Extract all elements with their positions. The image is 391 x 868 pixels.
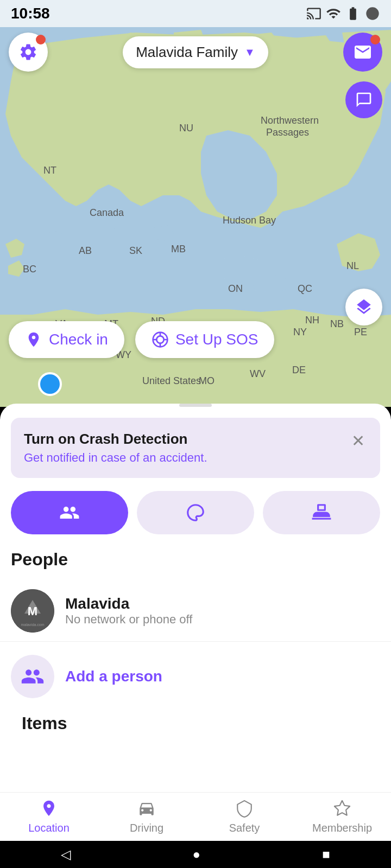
bottom-nav: Location Driving Safety Membership — [0, 792, 391, 841]
mail-button[interactable] — [343, 33, 382, 72]
places-icon — [311, 502, 332, 523]
drag-handle[interactable] — [179, 404, 212, 407]
check-in-label: Check in — [49, 331, 108, 348]
svg-text:Canada: Canada — [90, 207, 124, 218]
app-icon — [365, 6, 380, 21]
location-nav-label: Location — [28, 822, 70, 834]
wifi-icon — [326, 6, 341, 21]
home-button[interactable]: ● — [192, 847, 200, 862]
map-header: Malavida Family ▼ — [0, 33, 391, 72]
sos-label: Set Up SOS — [175, 331, 258, 348]
status-bar: 10:58 — [0, 0, 391, 27]
person-name: Malavida — [65, 595, 192, 612]
person-info: Malavida No network or phone off — [65, 595, 192, 627]
svg-point-31 — [32, 336, 35, 339]
map-container[interactable]: Google Northwestern Passages Hudson Bay … — [0, 27, 391, 407]
gear-icon — [18, 42, 38, 62]
safety-nav-icon — [235, 799, 254, 820]
cast-icon — [306, 6, 321, 21]
svg-text:PE: PE — [354, 327, 367, 337]
svg-text:NU: NU — [179, 123, 193, 133]
person-item[interactable]: M malavida.com Malavida No network or ph… — [0, 580, 391, 642]
battery-icon — [345, 6, 361, 21]
membership-icon — [333, 799, 351, 818]
items-icon — [185, 502, 206, 523]
status-time: 10:58 — [11, 5, 50, 22]
family-name: Malavida Family — [136, 44, 238, 61]
recents-button[interactable]: ■ — [322, 847, 330, 862]
nav-location[interactable]: Location — [0, 793, 98, 841]
location-dot — [38, 372, 62, 396]
membership-nav-icon — [333, 799, 351, 820]
svg-text:DE: DE — [292, 365, 306, 375]
svg-text:NH: NH — [305, 315, 319, 326]
back-button[interactable]: ◁ — [61, 847, 71, 862]
svg-point-33 — [156, 336, 163, 343]
location-icon — [40, 799, 58, 818]
svg-text:WV: WV — [250, 368, 266, 379]
tab-people[interactable] — [11, 491, 128, 534]
svg-text:BC: BC — [23, 264, 36, 275]
svg-text:QC: QC — [298, 283, 312, 294]
svg-text:Northwestern: Northwestern — [261, 115, 319, 126]
location-nav-icon — [40, 799, 58, 820]
svg-text:AB: AB — [79, 245, 92, 256]
add-person-label: Add a person — [65, 668, 162, 685]
person-status: No network or phone off — [65, 612, 192, 627]
map-actions: Check in Set Up SOS — [9, 321, 274, 358]
family-selector[interactable]: Malavida Family ▼ — [123, 36, 268, 68]
tab-group — [11, 491, 380, 534]
driving-icon — [137, 799, 156, 818]
svg-text:ON: ON — [228, 283, 243, 294]
tab-items[interactable] — [137, 491, 254, 534]
add-people-icon — [21, 665, 45, 688]
add-avatar-icon — [11, 655, 54, 698]
sos-icon — [152, 331, 169, 348]
safety-nav-label: Safety — [229, 822, 260, 834]
check-in-button[interactable]: Check in — [9, 321, 124, 358]
tab-places[interactable] — [263, 491, 380, 534]
close-banner-button[interactable]: ✕ — [349, 431, 367, 451]
chevron-down-icon: ▼ — [244, 46, 255, 59]
crash-title: Turn on Crash Detection — [24, 431, 207, 448]
safety-icon — [235, 799, 254, 818]
crash-text: Turn on Crash Detection Get notified in … — [24, 431, 207, 465]
svg-text:NY: NY — [293, 327, 307, 337]
mail-badge — [370, 35, 380, 44]
nav-safety[interactable]: Safety — [195, 793, 293, 841]
mail-icon — [353, 42, 373, 62]
crash-subtitle: Get notified in case of an accident. — [24, 451, 207, 465]
settings-badge — [36, 35, 46, 44]
crash-detection-banner: Turn on Crash Detection Get notified in … — [11, 418, 380, 478]
driving-nav-icon — [137, 799, 156, 820]
svg-marker-41 — [335, 801, 350, 815]
svg-text:NB: NB — [330, 318, 344, 329]
driving-nav-label: Driving — [130, 822, 163, 834]
sos-button[interactable]: Set Up SOS — [135, 321, 275, 358]
people-icon — [59, 502, 80, 523]
svg-text:MB: MB — [171, 244, 186, 254]
side-buttons — [345, 81, 382, 118]
svg-text:Hudson Bay: Hudson Bay — [223, 215, 276, 226]
items-section-title: Items — [22, 713, 369, 733]
avatar: M malavida.com — [11, 589, 54, 633]
svg-point-0 — [366, 7, 379, 20]
add-person-button[interactable]: Add a person — [0, 642, 391, 713]
android-nav: ◁ ● ■ — [0, 841, 391, 868]
svg-text:M: M — [28, 604, 37, 618]
layer-button[interactable] — [345, 289, 382, 326]
svg-text:Passages: Passages — [266, 127, 309, 138]
svg-text:malavida.com: malavida.com — [21, 623, 44, 627]
layers-icon — [355, 298, 373, 316]
membership-nav-label: Membership — [312, 822, 372, 834]
nav-membership[interactable]: Membership — [293, 793, 391, 841]
settings-button[interactable] — [9, 33, 48, 72]
chat-button[interactable] — [345, 81, 382, 118]
status-icons — [306, 6, 380, 21]
svg-text:MO: MO — [199, 375, 215, 386]
svg-text:SK: SK — [129, 245, 142, 256]
bottom-sheet: Turn on Crash Detection Get notified in … — [0, 404, 391, 831]
people-section-title: People — [11, 550, 380, 570]
nav-driving[interactable]: Driving — [98, 793, 195, 841]
svg-text:NT: NT — [43, 165, 56, 176]
